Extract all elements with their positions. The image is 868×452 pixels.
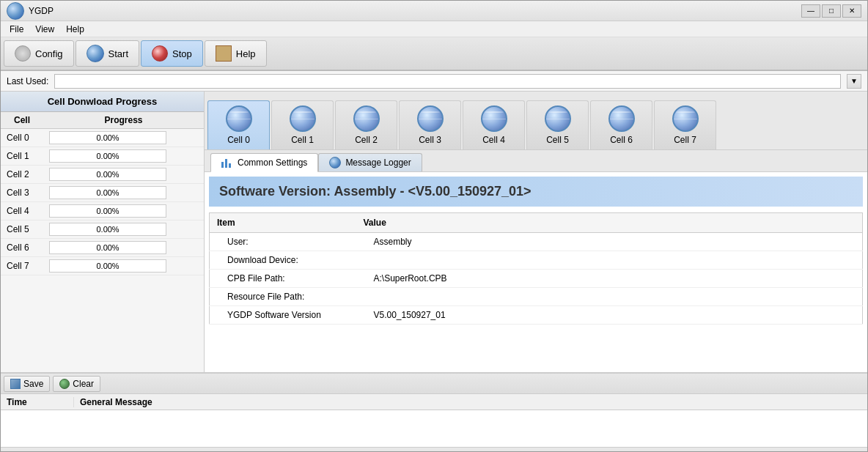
cell-globe-1	[290, 105, 316, 132]
cell-tabs-row: Cell 0 Cell 1 Cell 2 Cell 3 Cell 4 Cell …	[205, 92, 867, 150]
clear-button[interactable]: Clear	[53, 376, 100, 392]
progress-bar: 0.00%	[49, 204, 166, 218]
table-row: Cell 1 0.00%	[1, 147, 204, 166]
log-table-header: Time General Message	[1, 394, 867, 410]
table-row: Cell 4 0.00%	[1, 202, 204, 221]
table-row: CPB File Path: A:\SuperRoot.CPB	[210, 270, 863, 288]
config-button[interactable]: Config	[4, 40, 74, 67]
col-cell-header: Cell	[1, 112, 43, 129]
help-label: Help	[236, 48, 256, 59]
log-toolbar: Save Clear	[1, 374, 867, 394]
save-label: Save	[23, 379, 43, 389]
tab-common-settings[interactable]: Common Settings	[210, 153, 318, 172]
cell-label: Cell 2	[1, 166, 43, 184]
bottom-area: Save Clear Time General Message	[1, 372, 867, 447]
log-col-time: Time	[1, 397, 74, 407]
table-row: User: Assembly	[210, 233, 863, 251]
cell-tab-4[interactable]: Cell 4	[463, 100, 525, 149]
cell-label: Cell 3	[1, 184, 43, 202]
clear-icon	[59, 379, 70, 389]
tab-message-logger[interactable]: Message Logger	[318, 153, 422, 171]
cell-tab-3[interactable]: Cell 3	[399, 100, 461, 149]
cell-globe-3	[417, 105, 444, 132]
help-icon	[216, 45, 232, 62]
lastused-dropdown[interactable]: ▼	[847, 74, 861, 89]
lastused-label: Last Used:	[7, 76, 48, 86]
info-value	[356, 288, 863, 306]
left-panel: Cell Donwload Progress Cell Progress Cel…	[1, 92, 205, 372]
app-title: YGDP	[29, 6, 54, 16]
info-value: V5.00_150927_01	[356, 306, 863, 325]
clear-label: Clear	[73, 379, 94, 389]
cell-tab-label-2: Cell 2	[355, 135, 378, 145]
cell-label: Cell 6	[1, 239, 43, 257]
cell-tab-label-4: Cell 4	[482, 135, 505, 145]
statusbar: YGDP Copyright (C) 2012 CoolPad All Righ…	[1, 447, 867, 452]
stop-icon	[152, 45, 168, 62]
menu-help[interactable]: Help	[60, 23, 90, 36]
software-header: Software Version: Assembly - <V5.00_1509…	[209, 177, 863, 207]
log-col-message: General Message	[74, 397, 158, 407]
maximize-button[interactable]: □	[822, 4, 841, 18]
info-item: Resource File Path:	[210, 288, 356, 306]
cell-tab-0[interactable]: Cell 0	[207, 100, 270, 149]
main-content: Cell Donwload Progress Cell Progress Cel…	[1, 92, 867, 372]
right-panel: Cell 0 Cell 1 Cell 2 Cell 3 Cell 4 Cell …	[205, 92, 867, 372]
start-label: Start	[108, 48, 128, 59]
cell-tab-2[interactable]: Cell 2	[335, 100, 397, 149]
section-tabs: Common Settings Message Logger	[205, 150, 867, 172]
save-button[interactable]: Save	[4, 376, 50, 392]
minimize-button[interactable]: —	[801, 4, 820, 18]
cell-globe-0	[226, 105, 252, 132]
table-row: Cell 7 0.00%	[1, 257, 204, 275]
save-icon	[10, 379, 21, 389]
stop-button[interactable]: Stop	[141, 40, 203, 67]
window-controls: — □ ✕	[801, 4, 861, 18]
software-content: Software Version: Assembly - <V5.00_1509…	[205, 172, 867, 372]
tab-message-logger-label: Message Logger	[345, 158, 411, 168]
progress-bar: 0.00%	[49, 186, 166, 199]
info-item: CPB File Path:	[210, 270, 356, 288]
progress-bar: 0.00%	[49, 259, 166, 273]
progress-bar: 0.00%	[49, 241, 166, 254]
tab-common-settings-label: Common Settings	[238, 158, 307, 168]
cell-tab-6[interactable]: Cell 6	[590, 100, 652, 149]
table-row: Cell 3 0.00%	[1, 184, 204, 202]
menu-view[interactable]: View	[29, 23, 60, 36]
table-row: YGDP Software Version V5.00_150927_01	[210, 306, 863, 325]
menu-file[interactable]: File	[4, 23, 29, 36]
cell-tab-label-5: Cell 5	[546, 135, 569, 145]
close-button[interactable]: ✕	[842, 4, 861, 18]
help-button[interactable]: Help	[205, 40, 267, 67]
lastused-input[interactable]	[54, 74, 841, 89]
left-panel-title: Cell Donwload Progress	[1, 92, 204, 112]
cell-globe-6	[608, 105, 635, 132]
cell-tab-7[interactable]: Cell 7	[654, 100, 716, 149]
cell-globe-2	[353, 105, 380, 132]
col-value-header: Value	[356, 213, 863, 233]
start-button[interactable]: Start	[76, 40, 139, 67]
cell-globe-7	[672, 105, 699, 132]
info-value: Assembly	[356, 233, 863, 251]
cell-label: Cell 4	[1, 202, 43, 221]
stop-label: Stop	[172, 48, 192, 59]
menubar: File View Help	[1, 21, 867, 37]
cell-tab-1[interactable]: Cell 1	[271, 100, 334, 149]
table-row: Cell 5 0.00%	[1, 221, 204, 239]
config-icon	[15, 45, 31, 62]
app-icon	[7, 2, 24, 20]
cell-tab-label-1: Cell 1	[291, 135, 314, 145]
cell-tab-label-6: Cell 6	[610, 135, 633, 145]
log-area	[1, 410, 867, 447]
table-row: Cell 2 0.00%	[1, 166, 204, 184]
info-table: Item Value User: Assembly Download Devic…	[209, 212, 863, 325]
cell-globe-5	[545, 105, 571, 132]
progress-bar: 0.00%	[49, 149, 166, 163]
titlebar: YGDP — □ ✕	[1, 1, 867, 21]
cell-tab-label-7: Cell 7	[674, 135, 696, 145]
table-row: Download Device:	[210, 251, 863, 270]
toolbar: Config Start Stop Help	[1, 37, 867, 71]
cell-label: Cell 0	[1, 129, 43, 147]
cell-tab-5[interactable]: Cell 5	[526, 100, 589, 149]
col-item-header: Item	[210, 213, 356, 233]
